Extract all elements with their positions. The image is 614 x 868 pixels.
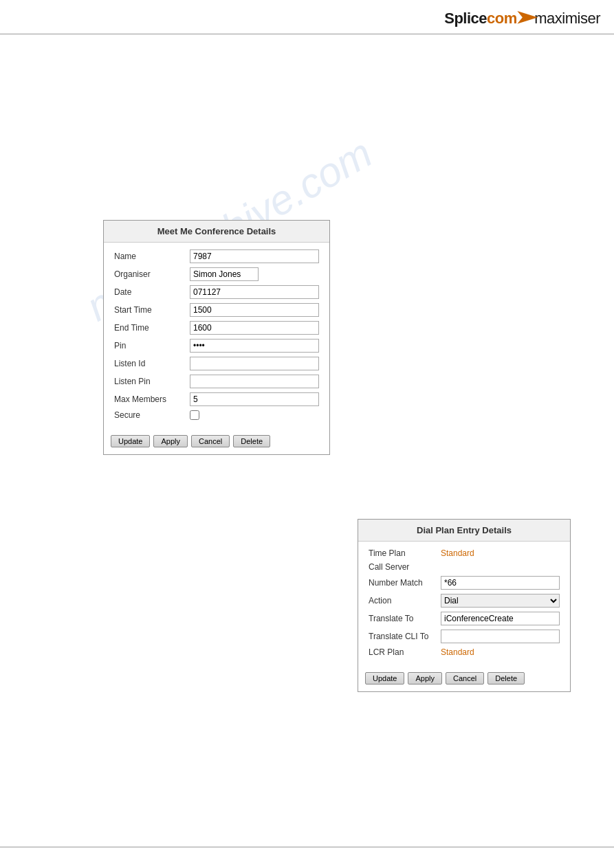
call-server-label: Call Server [369,562,441,572]
dialplan-form: Time Plan Standard Call Server Number Ma… [358,542,570,668]
listen-id-row: Listen Id [114,357,319,370]
number-match-label: Number Match [369,578,441,588]
translate-cli-input[interactable] [441,630,560,643]
conference-delete-button[interactable]: Delete [233,435,270,447]
dialplan-apply-button[interactable]: Apply [408,672,442,685]
time-plan-value[interactable]: Standard [441,548,474,558]
logo-com: com [487,10,517,27]
footer-line [0,847,614,847]
dialplan-title: Dial Plan Entry Details [358,520,570,542]
organiser-label: Organiser [114,269,190,279]
listen-pin-input[interactable] [190,375,319,388]
start-time-input[interactable] [190,303,319,317]
dialplan-update-button[interactable]: Update [365,672,404,685]
organiser-row: Organiser [114,267,319,281]
listen-id-label: Listen Id [114,359,190,368]
conference-update-button[interactable]: Update [111,435,150,447]
translate-to-row: Translate To [369,612,560,625]
dialplan-details-panel: Dial Plan Entry Details Time Plan Standa… [358,519,571,692]
logo-imiser: imiser [562,10,600,27]
start-time-row: Start Time [114,303,319,317]
max-members-input[interactable] [190,392,319,406]
conference-buttons: Update Apply Cancel Delete [104,431,329,454]
listen-pin-row: Listen Pin [114,375,319,388]
translate-cli-label: Translate CLI To [369,632,441,641]
start-time-label: Start Time [114,305,190,315]
lcr-plan-value[interactable]: Standard [441,647,474,657]
lcr-plan-row: LCR Plan Standard [369,647,560,657]
number-match-input[interactable] [441,576,560,590]
date-input[interactable] [190,285,319,299]
end-time-input[interactable] [190,321,319,335]
listen-id-input[interactable] [190,357,319,370]
lcr-plan-label: LCR Plan [369,647,441,657]
dialplan-delete-button[interactable]: Delete [487,672,525,685]
conference-cancel-button[interactable]: Cancel [191,435,230,447]
translate-cli-row: Translate CLI To [369,630,560,643]
organiser-input[interactable] [190,267,259,281]
translate-to-label: Translate To [369,614,441,623]
logo: Splicecom➤maximiser [444,7,600,28]
time-plan-label: Time Plan [369,548,441,558]
secure-row: Secure [114,410,319,420]
conference-apply-button[interactable]: Apply [153,435,188,447]
logo-arrow: ➤ [514,7,536,28]
pin-label: Pin [114,341,190,350]
name-label: Name [114,252,190,261]
logo-splice: Splice [444,10,487,27]
conference-title: Meet Me Conference Details [104,221,329,243]
max-members-row: Max Members [114,392,319,406]
dialplan-buttons: Update Apply Cancel Delete [358,668,570,691]
translate-to-input[interactable] [441,612,560,625]
dialplan-cancel-button[interactable]: Cancel [446,672,484,685]
logo-max: max [534,10,562,27]
end-time-label: End Time [114,323,190,333]
conference-details-panel: Meet Me Conference Details Name Organise… [103,220,330,455]
pin-row: Pin [114,339,319,353]
date-label: Date [114,287,190,297]
secure-label: Secure [114,410,190,420]
name-row: Name [114,249,319,263]
conference-form: Name Organiser Date Start Time End Time … [104,243,329,431]
action-row: Action Dial [369,594,560,608]
max-members-label: Max Members [114,394,190,404]
end-time-row: End Time [114,321,319,335]
time-plan-row: Time Plan Standard [369,548,560,558]
call-server-row: Call Server [369,562,560,572]
header: Splicecom➤maximiser [0,0,614,34]
date-row: Date [114,285,319,299]
listen-pin-label: Listen Pin [114,377,190,386]
pin-input[interactable] [190,339,319,353]
number-match-row: Number Match [369,576,560,590]
secure-checkbox[interactable] [190,410,199,420]
action-select[interactable]: Dial [441,594,560,608]
name-input[interactable] [190,249,319,263]
action-label: Action [369,596,441,605]
